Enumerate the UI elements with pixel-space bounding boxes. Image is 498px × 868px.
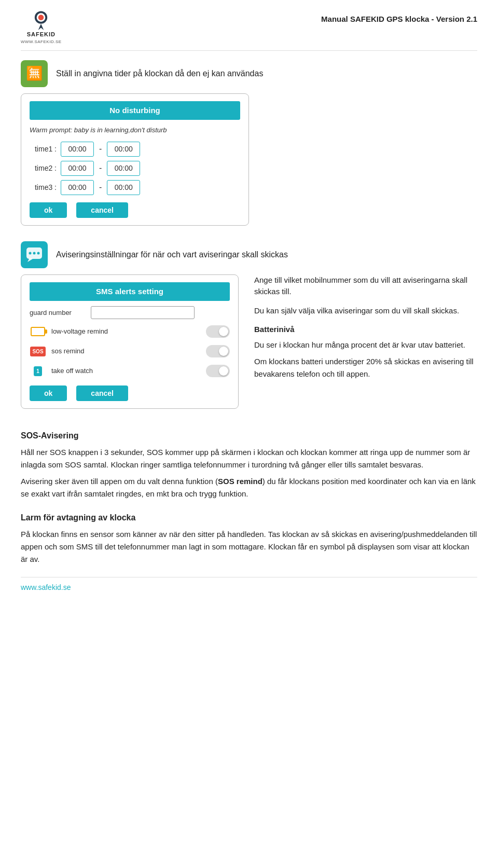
- manual-title: Manual SAFEKID GPS klocka - Version 2.1: [321, 10, 477, 25]
- low-voltage-toggle[interactable]: [206, 325, 230, 338]
- svg-point-4: [29, 252, 32, 254]
- guard-number-input[interactable]: [91, 306, 195, 319]
- sms-intro-text: Aviseringsinställningar för när och vart…: [56, 249, 288, 261]
- sos-icon-container: SOS: [30, 344, 46, 359]
- sos-text-2-bold: SOS remind: [218, 477, 262, 486]
- sms-intro: Aviseringsinställningar för när och vart…: [21, 241, 477, 268]
- time3-from[interactable]: 00:00: [61, 180, 94, 195]
- time-row-1: time1 : 00:00 - 00:00: [30, 142, 240, 157]
- time2-sep: -: [99, 162, 102, 174]
- sos-text-2: Avisering sker även till appen om du val…: [21, 475, 477, 500]
- svg-point-5: [33, 252, 36, 254]
- footer-link[interactable]: www.safekid.se: [21, 583, 71, 591]
- sos-badge: SOS: [30, 347, 45, 356]
- sms-ok-button[interactable]: ok: [30, 385, 67, 401]
- logo-pin-icon: [31, 10, 51, 30]
- no-disturb-section: 🈚 Ställ in angivna tider på klockan då d…: [21, 60, 477, 226]
- no-disturb-banner: No disturbing: [30, 101, 240, 120]
- time1-to[interactable]: 00:00: [107, 142, 140, 157]
- battery-info-section: Batterinivå Du ser i klockan hur många p…: [254, 324, 477, 380]
- time3-label: time3 :: [30, 182, 57, 193]
- no-disturb-cancel-button[interactable]: cancel: [76, 202, 128, 218]
- sms-right-panel: Ange till vilket mobilnummer som du vill…: [254, 274, 477, 392]
- time2-to[interactable]: 00:00: [107, 161, 140, 176]
- alarm-text: På klockan finns en sensor som känner av…: [21, 528, 477, 566]
- sos-text-2-pre: Avisering sker även till appen om du val…: [21, 477, 218, 486]
- battery-icon-container: [30, 324, 46, 339]
- guard-number-label: guard number: [30, 308, 87, 318]
- watch-badge: 1: [34, 366, 42, 376]
- time1-sep: -: [99, 143, 102, 155]
- warm-prompt: Warm prompt: baby is in learning,don't d…: [30, 125, 240, 135]
- chat-bubble-icon: [25, 246, 43, 263]
- sms-mockup: SMS alerts setting guard number low-volt…: [21, 274, 239, 409]
- svg-point-6: [37, 252, 40, 254]
- footer: www.safekid.se: [21, 577, 477, 594]
- alarm-section: Larm för avtagning av klocka På klockan …: [21, 512, 477, 566]
- time-row-3: time3 : 00:00 - 00:00: [30, 180, 240, 195]
- time1-from[interactable]: 00:00: [61, 142, 94, 157]
- take-off-watch-toggle[interactable]: [206, 365, 230, 377]
- battery-text-2: Om klockans batteri understiger 20% så s…: [254, 355, 477, 380]
- no-disturb-intro-text: Ställ in angivna tider på klockan då den…: [56, 67, 263, 80]
- time3-to[interactable]: 00:00: [107, 180, 140, 195]
- svg-point-2: [38, 15, 44, 20]
- time2-label: time2 :: [30, 163, 57, 174]
- no-disturb-icon: 🈚: [21, 60, 48, 87]
- time2-from[interactable]: 00:00: [61, 161, 94, 176]
- alarm-section-title: Larm för avtagning av klocka: [21, 512, 477, 524]
- sos-section-title: SOS-Avisering: [21, 430, 477, 442]
- sms-banner: SMS alerts setting: [30, 282, 230, 301]
- sms-cancel-button[interactable]: cancel: [76, 385, 128, 401]
- time-row-2: time2 : 00:00 - 00:00: [30, 161, 240, 176]
- no-disturb-mockup: No disturbing Warm prompt: baby is in le…: [21, 93, 249, 226]
- header: SAFEKID WWW.SAFEKID.SE Manual SAFEKID GP…: [21, 10, 477, 51]
- sms-alerts-section: Aviseringsinställningar för när och vart…: [21, 241, 477, 415]
- take-off-watch-label: take off watch: [51, 366, 201, 376]
- battery-icon: [31, 327, 45, 336]
- sms-btn-row: ok cancel: [30, 385, 230, 401]
- logo-text: SAFEKID: [27, 30, 56, 39]
- battery-section-title: Batterinivå: [254, 324, 477, 336]
- take-off-watch-row: 1 take off watch: [30, 364, 230, 378]
- low-voltage-label: low-voltage remind: [51, 326, 201, 337]
- sos-remind-toggle[interactable]: [206, 345, 230, 357]
- sms-icon-box: [21, 241, 48, 268]
- no-disturb-intro: 🈚 Ställ in angivna tider på klockan då d…: [21, 60, 477, 87]
- logo-sub: WWW.SAFEKID.SE: [21, 39, 62, 45]
- time1-label: time1 :: [30, 144, 57, 155]
- sms-right-text-2: Du kan själv välja vilka aviseringar som…: [254, 305, 477, 317]
- time3-sep: -: [99, 181, 102, 194]
- guard-number-row: guard number: [30, 306, 230, 319]
- sos-remind-row: SOS sos remind: [30, 344, 230, 359]
- sms-layout: SMS alerts setting guard number low-volt…: [21, 274, 477, 415]
- battery-text-1: Du ser i klockan hur många procent det ä…: [254, 339, 477, 351]
- sos-text-1: Håll ner SOS knappen i 3 sekunder, SOS k…: [21, 446, 477, 471]
- no-disturb-ok-button[interactable]: ok: [30, 202, 67, 218]
- no-disturb-btn-row: ok cancel: [30, 202, 240, 218]
- logo-area: SAFEKID WWW.SAFEKID.SE: [21, 10, 62, 45]
- sms-left-panel: SMS alerts setting guard number low-volt…: [21, 274, 239, 415]
- sos-section: SOS-Avisering Håll ner SOS knappen i 3 s…: [21, 430, 477, 500]
- sms-right-text-1: Ange till vilket mobilnummer som du vill…: [254, 274, 477, 298]
- watch-icon-container: 1: [30, 364, 46, 378]
- low-voltage-row: low-voltage remind: [30, 324, 230, 339]
- sos-remind-label: sos remind: [51, 346, 201, 356]
